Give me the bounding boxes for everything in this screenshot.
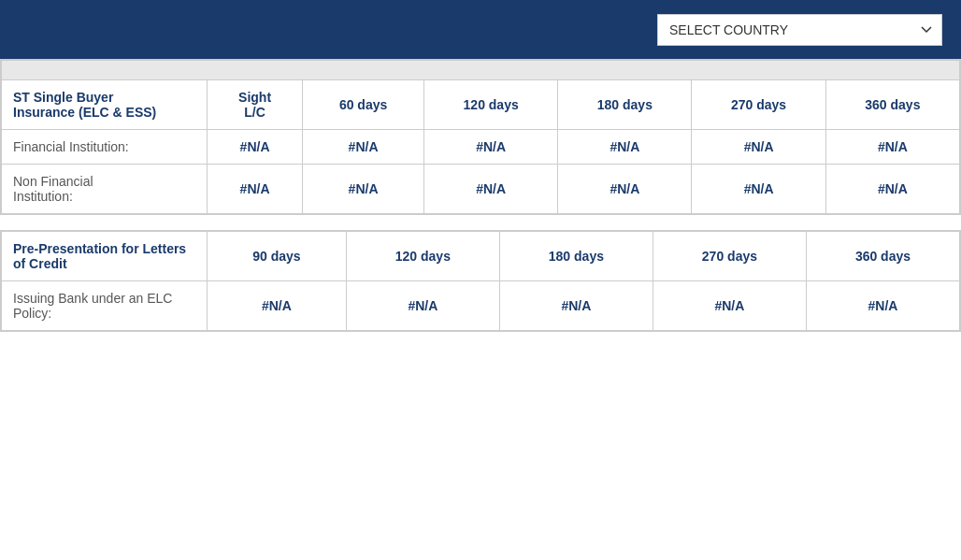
- col-header-180: 180 days: [558, 80, 692, 130]
- header-bar: SELECT COUNTRY: [0, 0, 961, 59]
- country-select[interactable]: SELECT COUNTRY: [657, 14, 942, 46]
- nfi-180: #N/A: [558, 165, 692, 214]
- nfi-360: #N/A: [825, 165, 959, 214]
- col-header-product: ST Single BuyerInsurance (ELC & ESS): [2, 80, 208, 130]
- fi-120: #N/A: [424, 130, 558, 165]
- section2-table: Pre-Presentation for Lettersof Credit 90…: [1, 231, 960, 331]
- section2-wrapper: Pre-Presentation for Lettersof Credit 90…: [0, 230, 961, 332]
- section-gap: [0, 215, 961, 230]
- fi-60: #N/A: [303, 130, 424, 165]
- col-header-360: 360 days: [825, 80, 959, 130]
- section1-wrapper: ST Single BuyerInsurance (ELC & ESS) Sig…: [0, 59, 961, 215]
- col-header-120: 120 days: [424, 80, 558, 130]
- ib-360: #N/A: [806, 281, 959, 331]
- col-header-270: 270 days: [692, 80, 825, 130]
- col-header-60: 60 days: [303, 80, 424, 130]
- section1-title: [2, 61, 960, 80]
- table-row: Financial Institution: #N/A #N/A #N/A #N…: [2, 130, 960, 165]
- col-header-90: 90 days: [208, 232, 347, 281]
- table-row: Non FinancialInstitution: #N/A #N/A #N/A…: [2, 165, 960, 214]
- ib-180: #N/A: [499, 281, 653, 331]
- row-label-nfi: Non FinancialInstitution:: [2, 165, 208, 214]
- fi-180: #N/A: [558, 130, 692, 165]
- fi-sight: #N/A: [208, 130, 303, 165]
- col-header-360b: 360 days: [806, 232, 959, 281]
- ib-120: #N/A: [346, 281, 499, 331]
- col-header-180b: 180 days: [499, 232, 653, 281]
- section1-header-row: ST Single BuyerInsurance (ELC & ESS) Sig…: [2, 80, 960, 130]
- ib-270: #N/A: [653, 281, 806, 331]
- col-header-sight: SightL/C: [208, 80, 303, 130]
- row-label-issuing: Issuing Bank under an ELCPolicy:: [2, 281, 208, 331]
- section1-table: ST Single BuyerInsurance (ELC & ESS) Sig…: [1, 60, 960, 214]
- nfi-60: #N/A: [303, 165, 424, 214]
- col-header-270b: 270 days: [653, 232, 806, 281]
- table-row: Issuing Bank under an ELCPolicy: #N/A #N…: [2, 281, 960, 331]
- ib-90: #N/A: [208, 281, 347, 331]
- row-label-fi: Financial Institution:: [2, 130, 208, 165]
- section2-header-row: Pre-Presentation for Lettersof Credit 90…: [2, 232, 960, 281]
- col-header-product2: Pre-Presentation for Lettersof Credit: [2, 232, 208, 281]
- fi-270: #N/A: [692, 130, 825, 165]
- nfi-sight: #N/A: [208, 165, 303, 214]
- section1-title-row: [2, 61, 960, 80]
- fi-360: #N/A: [825, 130, 959, 165]
- col-header-120b: 120 days: [346, 232, 499, 281]
- nfi-120: #N/A: [424, 165, 558, 214]
- nfi-270: #N/A: [692, 165, 825, 214]
